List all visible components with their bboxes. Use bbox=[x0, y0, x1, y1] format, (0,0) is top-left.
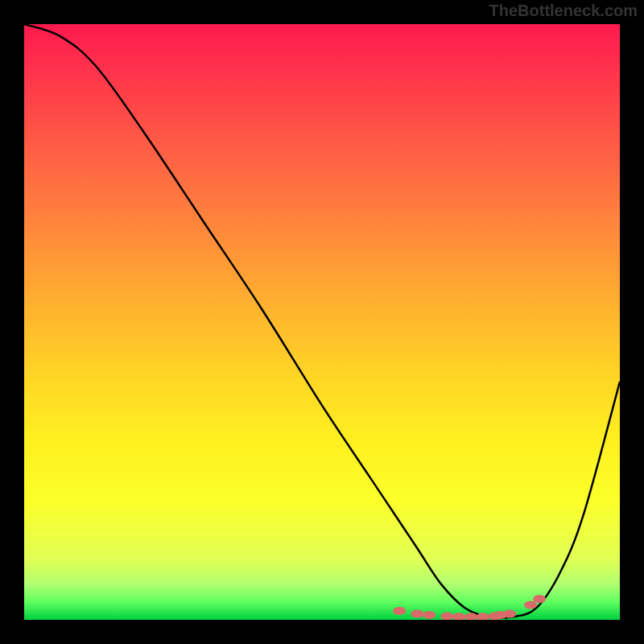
watermark-text: TheBottleneck.com bbox=[489, 2, 638, 20]
marker-dot bbox=[524, 601, 537, 609]
marker-dot bbox=[452, 613, 465, 620]
marker-dot bbox=[440, 613, 453, 620]
marker-group bbox=[393, 595, 546, 620]
marker-dot bbox=[503, 610, 516, 618]
marker-dot bbox=[533, 595, 546, 603]
bottleneck-curve bbox=[24, 24, 620, 618]
marker-dot bbox=[411, 610, 423, 618]
chart-container bbox=[24, 24, 620, 620]
marker-dot bbox=[393, 607, 406, 615]
chart-svg bbox=[24, 24, 620, 620]
marker-dot bbox=[423, 611, 436, 619]
